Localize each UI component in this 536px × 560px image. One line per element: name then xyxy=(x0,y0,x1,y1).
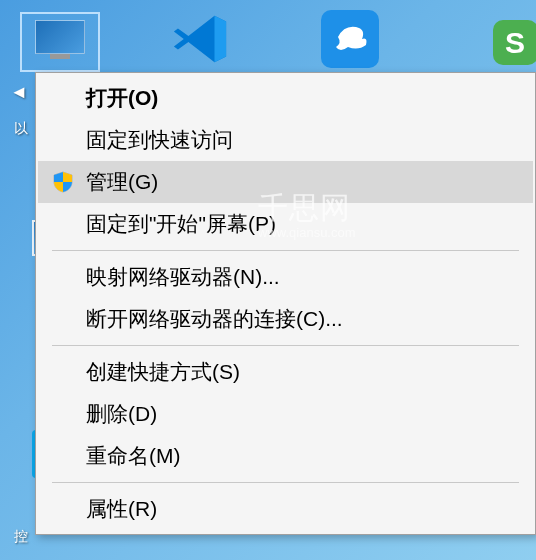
shield-icon xyxy=(52,169,86,195)
menu-separator xyxy=(52,345,519,346)
desktop-label-thispc-partial: 以 xyxy=(14,120,28,138)
desktop-icon-vscode[interactable] xyxy=(155,10,245,68)
desktop-label-control-partial: 控 xyxy=(14,528,28,546)
menu-separator xyxy=(52,482,519,483)
selection-arrow-icon: ◄ xyxy=(10,82,28,103)
blank-icon xyxy=(52,264,86,290)
menu-item-properties[interactable]: 属性(R) xyxy=(38,488,533,530)
menu-item-rename[interactable]: 重命名(M) xyxy=(38,435,533,477)
menu-label: 重命名(M) xyxy=(86,442,521,470)
hummingbird-icon xyxy=(330,17,370,61)
menu-label: 固定到"开始"屏幕(P) xyxy=(86,210,521,238)
desktop-icon-wps[interactable]: S xyxy=(470,20,536,65)
menu-item-delete[interactable]: 删除(D) xyxy=(38,393,533,435)
menu-item-pin-start[interactable]: 固定到"开始"屏幕(P) xyxy=(38,203,533,245)
menu-item-create-shortcut[interactable]: 创建快捷方式(S) xyxy=(38,351,533,393)
blank-icon xyxy=(52,359,86,385)
menu-label: 打开(O) xyxy=(86,84,521,112)
menu-label: 删除(D) xyxy=(86,400,521,428)
menu-item-manage[interactable]: 管理(G) xyxy=(38,161,533,203)
blank-icon xyxy=(52,211,86,237)
menu-label: 映射网络驱动器(N)... xyxy=(86,263,521,291)
blank-icon xyxy=(52,443,86,469)
menu-label: 创建快捷方式(S) xyxy=(86,358,521,386)
blank-icon xyxy=(52,401,86,427)
blank-icon xyxy=(52,85,86,111)
blank-icon xyxy=(52,306,86,332)
menu-item-disconnect-network-drive[interactable]: 断开网络驱动器的连接(C)... xyxy=(38,298,533,340)
desktop-icon-thunder[interactable] xyxy=(305,10,395,68)
desktop-icon-this-pc[interactable] xyxy=(15,12,105,72)
menu-item-map-network-drive[interactable]: 映射网络驱动器(N)... xyxy=(38,256,533,298)
menu-item-pin-quick-access[interactable]: 固定到快速访问 xyxy=(38,119,533,161)
context-menu: 打开(O) 固定到快速访问 管理(G) 固定到"开始"屏幕(P) 映射网络驱动器… xyxy=(35,72,536,535)
menu-label: 管理(G) xyxy=(86,168,521,196)
menu-label: 固定到快速访问 xyxy=(86,126,521,154)
menu-label: 属性(R) xyxy=(86,495,521,523)
s-icon: S xyxy=(493,20,537,65)
blank-icon xyxy=(52,127,86,153)
vscode-icon xyxy=(171,10,229,68)
blank-icon xyxy=(52,496,86,522)
menu-label: 断开网络驱动器的连接(C)... xyxy=(86,305,521,333)
menu-item-open[interactable]: 打开(O) xyxy=(38,77,533,119)
menu-separator xyxy=(52,250,519,251)
